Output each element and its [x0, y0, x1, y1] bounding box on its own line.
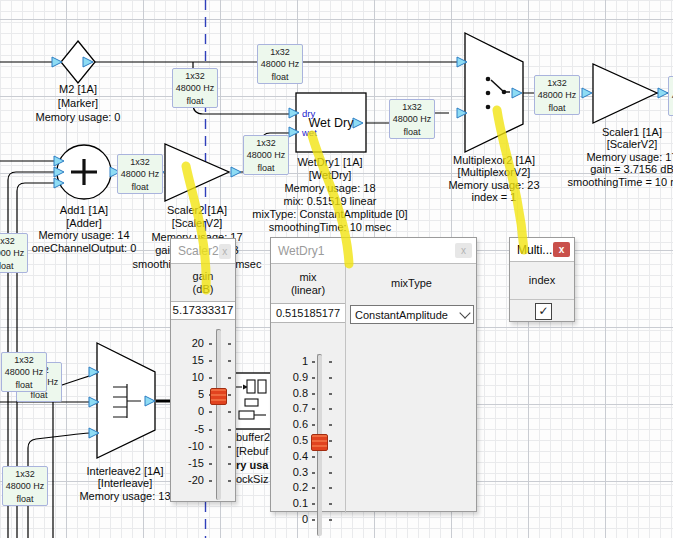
mixtype-dropdown[interactable]: ConstantAmplitude: [350, 305, 474, 324]
slider-track[interactable]: [216, 329, 221, 500]
slider-tick-mark: [209, 446, 212, 448]
slider-handle[interactable]: [311, 434, 328, 451]
wire-label: 1x32 48000 Hz float: [668, 76, 673, 116]
slider-tick-label: 0.8: [271, 387, 308, 399]
scaler1-block[interactable]: [593, 64, 657, 123]
slider-tick-label: 0.6: [271, 418, 308, 430]
wetdry-wet-pin-label: wet: [302, 127, 317, 138]
rebuffer-annotation-fragment: ockSiz: [236, 473, 268, 485]
gain-header: gain(dB): [171, 264, 235, 301]
wire-label: 1x32 48000 Hz float: [534, 75, 580, 115]
slider-tick-mark: [329, 408, 332, 410]
scaler2-panel-title: Scaler2: [178, 244, 219, 258]
wire-label: 1x32 48000 Hz float: [389, 99, 435, 139]
slider-tick-mark: [209, 463, 212, 465]
slider-tick-label: 0.9: [271, 371, 308, 383]
wetdry1-panel[interactable]: WetDry1 x mix(linear) 0.515185177 10.90.…: [270, 237, 477, 512]
rebuffer-annotation-fragment: buffer2: [236, 431, 270, 443]
mixtype-column: mixType ConstantAmplitude: [347, 264, 476, 513]
slider-tick-mark: [209, 343, 212, 345]
slider-tick-mark: [329, 456, 332, 458]
wire-label: 1x32 48000 Hz float: [243, 135, 289, 175]
rebuffer-annotation-fragment: [Rebuf: [236, 445, 268, 457]
wetdry1-panel-close-icon[interactable]: x: [455, 243, 472, 258]
slider-tick-mark: [312, 408, 315, 410]
multiplexor-panel[interactable]: Multi... x index ✓: [509, 237, 575, 322]
mix-column: mix(linear) 0.515185177 10.90.80.70.60.5…: [271, 264, 346, 513]
scaler1-in-arrow: [582, 88, 592, 98]
multiplexor-panel-title: Multi...: [517, 243, 553, 257]
gain-slider[interactable]: 20151050-5-10-15-20: [171, 320, 237, 503]
slider-tick-mark: [312, 519, 315, 521]
slider-tick-mark: [329, 424, 332, 426]
slider-tick-mark: [312, 456, 315, 458]
slider-tick-mark: [228, 411, 231, 413]
wire-label: 1x32 48000 Hz float: [0, 233, 28, 273]
wire-label: 1x32 48000 Hz float: [172, 68, 218, 108]
scaler2-panel-titlebar[interactable]: Scaler2 x: [171, 239, 235, 264]
wetdry1-panel-titlebar[interactable]: WetDry1 x: [271, 238, 476, 264]
slider-tick-label: 10: [171, 371, 204, 383]
slider-tick-mark: [329, 519, 332, 521]
multiplexor-panel-titlebar[interactable]: Multi... x: [510, 238, 574, 262]
slider-tick-mark: [312, 393, 315, 395]
wetdry1-panel-title: WetDry1: [278, 244, 455, 258]
index-header: index: [510, 262, 574, 300]
slider-tick-label: 0.5: [271, 434, 308, 446]
slider-tick-mark: [329, 377, 332, 379]
slider-tick-mark: [329, 393, 332, 395]
slider-tick-label: 0: [171, 405, 204, 417]
slider-tick-label: 0.1: [271, 497, 308, 509]
slider-tick-label: -5: [171, 423, 204, 435]
slider-tick-label: 0.2: [271, 481, 308, 493]
scaler2-panel[interactable]: Scaler2 x gain(dB) 5.17333317 20151050-5…: [170, 238, 236, 502]
chevron-down-icon: [459, 307, 470, 318]
slider-tick-mark: [329, 487, 332, 489]
mixtype-header: mixType: [347, 264, 476, 303]
wire-label: 1x32 48000 Hz float: [257, 44, 303, 84]
slider-tick-mark: [329, 503, 332, 505]
marker-in-arrow: [52, 57, 62, 67]
slider-tick-label: 15: [171, 354, 204, 366]
slider-tick-label: 0: [271, 513, 308, 525]
scaler2-panel-close-icon[interactable]: x: [219, 244, 231, 259]
slider-tick-mark: [228, 360, 231, 362]
slider-tick-mark: [312, 503, 315, 505]
slider-tick-mark: [209, 360, 212, 362]
slider-tick-label: 1: [271, 355, 308, 367]
wire-label: 1x32 48000 Hz float: [117, 154, 163, 194]
slider-tick-mark: [228, 394, 231, 396]
mix-header: mix(linear): [271, 264, 345, 303]
slider-tick-mark: [228, 343, 231, 345]
slider-tick-mark: [228, 446, 231, 448]
slider-tick-mark: [312, 472, 315, 474]
rebuffer-annotation-fragment: ry usa: [236, 459, 268, 471]
slider-tick-label: -10: [171, 440, 204, 452]
scaler1-out-arrow: [658, 88, 668, 98]
slider-handle[interactable]: [210, 388, 227, 405]
slider-tick-label: -15: [171, 457, 204, 469]
slider-tick-mark: [228, 429, 231, 431]
marker-annotation: M2 [1A] [Marker] Memory usage: 0: [18, 82, 138, 124]
wetdry-dry-pin-label: dry: [302, 108, 315, 119]
slider-tick-mark: [312, 424, 315, 426]
multiplexor-panel-close-icon[interactable]: x: [553, 242, 570, 257]
slider-tick-mark: [329, 440, 332, 442]
index-checkbox[interactable]: ✓: [535, 303, 552, 320]
slider-tick-mark: [312, 377, 315, 379]
scaler2-block[interactable]: [165, 144, 229, 201]
slider-tick-label: 20: [171, 337, 204, 349]
slider-tick-label: 5: [171, 388, 204, 400]
mix-slider[interactable]: 10.90.80.70.60.50.40.30.20.10: [271, 349, 346, 538]
slider-tick-label: 0.7: [271, 402, 308, 414]
slider-tick-mark: [228, 377, 231, 379]
slider-tick-mark: [209, 480, 212, 482]
slider-tick-label: 0.4: [271, 450, 308, 462]
gain-value-field[interactable]: 5.17333317: [171, 301, 235, 320]
slider-tick-mark: [209, 429, 212, 431]
slider-tick-mark: [312, 487, 315, 489]
slider-tick-mark: [329, 361, 332, 363]
mix-value-field[interactable]: 0.515185177: [271, 303, 345, 323]
wire-label: 1x32 48000 Hz float: [1, 352, 47, 392]
slider-tick-mark: [312, 361, 315, 363]
